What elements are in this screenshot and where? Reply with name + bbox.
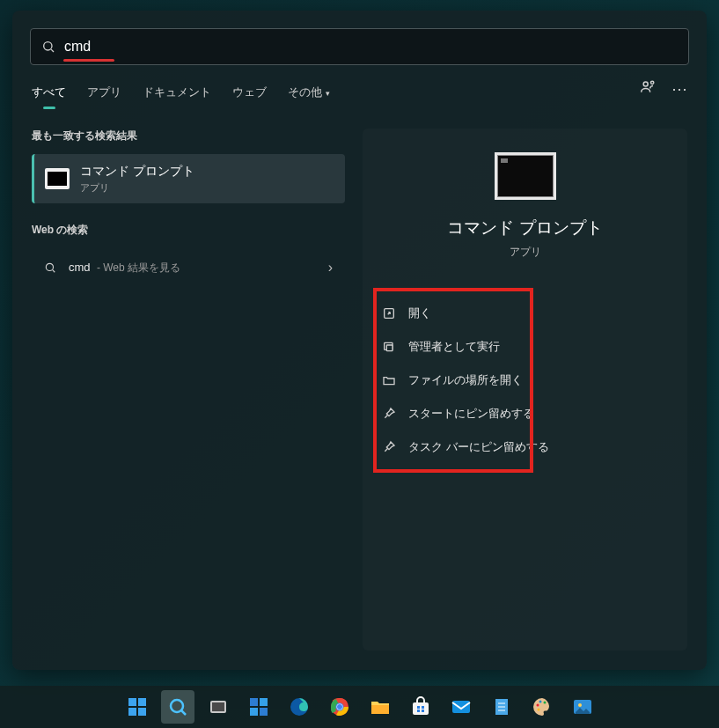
best-match-title: コマンド プロンプト	[80, 164, 194, 180]
svg-rect-12	[138, 708, 146, 716]
tab-documents[interactable]: ドキュメント	[143, 79, 211, 106]
search-icon	[167, 696, 188, 717]
taskbar-paint[interactable]	[525, 690, 559, 724]
taskbar	[0, 686, 719, 728]
taskbar-notepad[interactable]	[485, 690, 518, 724]
filter-tabs: すべて アプリ ドキュメント ウェブ その他▾ ⋯	[12, 72, 707, 106]
taskbar-widgets[interactable]	[242, 690, 275, 724]
action-open[interactable]: 開く	[382, 300, 668, 327]
shield-icon	[382, 340, 396, 354]
taskbar-explorer[interactable]	[363, 690, 397, 724]
svg-point-43	[578, 703, 582, 707]
web-term: cmd	[69, 261, 91, 274]
svg-point-39	[539, 701, 541, 703]
best-match-result[interactable]: コマンド プロンプト アプリ	[32, 154, 345, 203]
search-icon	[41, 40, 55, 54]
svg-line-5	[53, 270, 55, 273]
more-options-icon[interactable]: ⋯	[671, 79, 687, 99]
folder-icon	[382, 373, 396, 387]
preview-actions: 開く 管理者として実行 ファイルの場所を開く スタートにピン留めする タスク バ…	[363, 288, 687, 473]
action-pin-start-label: スタートにピン留めする	[408, 406, 534, 422]
preview-title: コマンド プロンプト	[447, 217, 602, 239]
preview-subtitle: アプリ	[510, 245, 541, 260]
palette-icon	[532, 696, 553, 717]
svg-rect-10	[138, 698, 146, 706]
web-search-result[interactable]: cmd - Web 結果を見る ›	[32, 248, 345, 287]
pin-icon	[382, 407, 396, 421]
search-input[interactable]	[64, 39, 678, 55]
action-run-admin-label: 管理者として実行	[408, 339, 500, 355]
folder-icon	[370, 696, 391, 717]
action-open-location-label: ファイルの場所を開く	[408, 372, 523, 388]
search-bar[interactable]	[30, 28, 689, 65]
widgets-icon	[248, 696, 269, 717]
results-left-pane: 最も一致する検索結果 コマンド プロンプト アプリ Web の検索 cmd - …	[32, 129, 345, 651]
cmd-thumb-icon	[45, 168, 70, 189]
svg-rect-18	[260, 698, 268, 706]
results-body: 最も一致する検索結果 コマンド プロンプト アプリ Web の検索 cmd - …	[12, 106, 707, 670]
svg-rect-11	[128, 708, 136, 716]
web-suffix: - Web 結果を見る	[94, 261, 180, 274]
chevron-right-icon: ›	[328, 260, 333, 276]
svg-point-4	[46, 263, 53, 270]
taskbar-search[interactable]	[161, 690, 194, 724]
mail-icon	[451, 696, 472, 717]
svg-rect-27	[371, 705, 389, 714]
search-bar-container	[12, 11, 707, 72]
chrome-icon	[329, 696, 350, 717]
tab-more[interactable]: その他▾	[288, 79, 330, 106]
action-run-admin[interactable]: 管理者として実行	[382, 334, 668, 360]
app-preview-icon	[497, 155, 554, 197]
svg-rect-16	[212, 702, 224, 711]
taskbar-taskview[interactable]	[202, 690, 235, 724]
svg-rect-32	[422, 710, 424, 712]
action-open-label: 開く	[408, 305, 431, 321]
svg-line-1	[51, 49, 54, 52]
svg-rect-19	[250, 708, 258, 716]
action-open-location[interactable]: ファイルの場所を開く	[382, 367, 668, 393]
best-match-subtitle: アプリ	[80, 181, 194, 195]
search-flyout: すべて アプリ ドキュメント ウェブ その他▾ ⋯ 最も一致する検索結果 コマン…	[12, 11, 707, 670]
action-pin-taskbar[interactable]: タスク バーにピン留めする	[382, 434, 668, 460]
action-pin-start[interactable]: スタートにピン留めする	[382, 401, 668, 427]
taskbar-mail[interactable]	[444, 690, 478, 724]
tab-apps[interactable]: アプリ	[87, 79, 121, 106]
annotation-underline	[63, 59, 114, 62]
account-icon[interactable]	[640, 77, 657, 99]
notepad-icon	[491, 696, 512, 717]
edge-icon	[289, 696, 310, 717]
search-icon	[44, 261, 56, 274]
svg-point-13	[171, 700, 183, 712]
svg-rect-33	[452, 701, 470, 713]
section-best-match-title: 最も一致する検索結果	[32, 129, 345, 143]
svg-point-2	[643, 82, 648, 86]
taskbar-edge[interactable]	[282, 690, 316, 724]
svg-rect-29	[417, 706, 420, 709]
store-icon	[410, 696, 431, 717]
start-icon	[127, 696, 148, 717]
tab-all[interactable]: すべて	[32, 79, 66, 106]
svg-point-0	[44, 42, 52, 50]
svg-rect-17	[250, 698, 258, 706]
svg-point-38	[536, 704, 539, 707]
taskview-icon	[208, 696, 229, 717]
action-pin-taskbar-label: タスク バーにピン留めする	[408, 439, 549, 455]
taskbar-start[interactable]	[121, 690, 154, 724]
svg-line-14	[181, 710, 186, 715]
svg-rect-31	[417, 710, 420, 712]
tab-web[interactable]: ウェブ	[232, 79, 267, 106]
taskbar-photos[interactable]	[566, 690, 599, 724]
preview-pane: コマンド プロンプト アプリ 開く 管理者として実行 ファイルの場所を開く	[363, 129, 687, 651]
tab-more-label: その他	[288, 85, 322, 99]
svg-rect-8	[386, 345, 393, 351]
svg-point-40	[543, 702, 546, 704]
svg-point-3	[651, 81, 654, 84]
section-web-title: Web の検索	[32, 223, 345, 238]
taskbar-chrome[interactable]	[323, 690, 356, 724]
svg-rect-28	[413, 702, 429, 715]
chevron-down-icon: ▾	[326, 89, 330, 98]
taskbar-store[interactable]	[404, 690, 437, 724]
svg-point-41	[537, 709, 539, 711]
svg-rect-20	[260, 708, 268, 716]
svg-point-26	[337, 704, 342, 710]
